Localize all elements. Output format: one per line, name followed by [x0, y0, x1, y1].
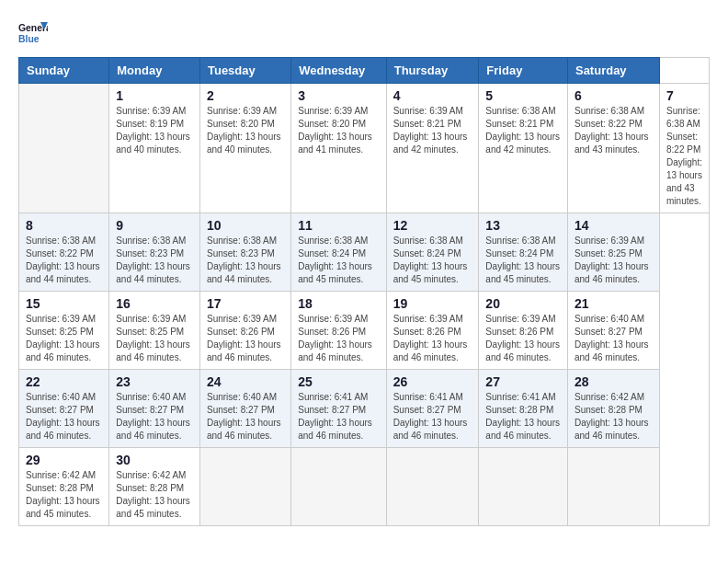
day-info: Sunrise: 6:41 AMSunset: 8:27 PMDaylight:…: [298, 391, 379, 442]
calendar-day: 16 Sunrise: 6:39 AMSunset: 8:25 PMDaylig…: [109, 292, 200, 370]
calendar-day: 29 Sunrise: 6:42 AMSunset: 8:28 PMDaylig…: [19, 448, 109, 526]
day-info: Sunrise: 6:40 AMSunset: 8:27 PMDaylight:…: [207, 391, 284, 442]
calendar-day: 10 Sunrise: 6:38 AMSunset: 8:23 PMDaylig…: [199, 213, 290, 292]
day-number: 12: [393, 218, 472, 233]
calendar-day: 2 Sunrise: 6:39 AMSunset: 8:20 PMDayligh…: [199, 84, 290, 213]
day-number: 10: [207, 218, 284, 233]
day-number: 23: [116, 374, 193, 389]
day-info: Sunrise: 6:38 AMSunset: 8:22 PMDaylight:…: [666, 105, 702, 208]
day-info: Sunrise: 6:38 AMSunset: 8:23 PMDaylight:…: [207, 235, 284, 286]
day-number: 1: [116, 88, 193, 103]
calendar-day: 23 Sunrise: 6:40 AMSunset: 8:27 PMDaylig…: [109, 370, 200, 448]
calendar-day: 11 Sunrise: 6:38 AMSunset: 8:24 PMDaylig…: [291, 213, 386, 292]
day-number: 17: [207, 296, 284, 311]
day-number: 9: [116, 218, 193, 233]
day-number: 14: [574, 218, 653, 233]
day-info: Sunrise: 6:40 AMSunset: 8:27 PMDaylight:…: [574, 313, 653, 364]
calendar-day: 1 Sunrise: 6:39 AMSunset: 8:19 PMDayligh…: [109, 84, 200, 213]
day-info: Sunrise: 6:39 AMSunset: 8:26 PMDaylight:…: [298, 313, 379, 364]
day-info: Sunrise: 6:39 AMSunset: 8:26 PMDaylight:…: [393, 313, 472, 364]
calendar-day: 17 Sunrise: 6:39 AMSunset: 8:26 PMDaylig…: [199, 292, 290, 370]
day-info: Sunrise: 6:39 AMSunset: 8:25 PMDaylight:…: [26, 313, 102, 364]
calendar-day: 21 Sunrise: 6:40 AMSunset: 8:27 PMDaylig…: [567, 292, 659, 370]
calendar-day: 13 Sunrise: 6:38 AMSunset: 8:24 PMDaylig…: [479, 213, 568, 292]
day-number: 5: [485, 88, 561, 103]
day-number: 22: [26, 374, 102, 389]
calendar-day: 22 Sunrise: 6:40 AMSunset: 8:27 PMDaylig…: [19, 370, 109, 448]
day-number: 15: [26, 296, 102, 311]
day-number: 26: [393, 374, 472, 389]
day-info: Sunrise: 6:39 AMSunset: 8:19 PMDaylight:…: [116, 105, 193, 156]
day-number: 7: [666, 88, 702, 103]
day-number: 16: [116, 296, 193, 311]
weekday-header: Saturday: [567, 58, 659, 84]
calendar-day: 27 Sunrise: 6:41 AMSunset: 8:28 PMDaylig…: [479, 370, 568, 448]
day-number: 19: [393, 296, 472, 311]
weekday-header: Sunday: [19, 58, 109, 84]
svg-text:Blue: Blue: [18, 34, 40, 44]
calendar-day: 6 Sunrise: 6:38 AMSunset: 8:22 PMDayligh…: [567, 84, 659, 213]
calendar-day: 5 Sunrise: 6:38 AMSunset: 8:21 PMDayligh…: [479, 84, 568, 213]
day-number: 11: [298, 218, 379, 233]
day-number: 20: [485, 296, 561, 311]
day-number: 30: [116, 453, 193, 467]
weekday-header: Monday: [109, 58, 200, 84]
weekday-header: Thursday: [386, 58, 479, 84]
day-number: 28: [574, 374, 653, 389]
day-info: Sunrise: 6:39 AMSunset: 8:20 PMDaylight:…: [207, 105, 284, 156]
day-info: Sunrise: 6:38 AMSunset: 8:22 PMDaylight:…: [26, 235, 102, 286]
calendar-day: 14 Sunrise: 6:39 AMSunset: 8:25 PMDaylig…: [567, 213, 659, 292]
day-info: Sunrise: 6:38 AMSunset: 8:21 PMDaylight:…: [485, 105, 561, 156]
logo: General Blue: [18, 18, 51, 48]
calendar-day: [567, 448, 659, 526]
day-info: Sunrise: 6:40 AMSunset: 8:27 PMDaylight:…: [116, 391, 193, 442]
day-number: 29: [26, 453, 102, 467]
day-info: Sunrise: 6:38 AMSunset: 8:23 PMDaylight:…: [116, 235, 193, 286]
calendar-day: [291, 448, 386, 526]
calendar-day-empty: [19, 84, 109, 213]
day-info: Sunrise: 6:39 AMSunset: 8:21 PMDaylight:…: [393, 105, 472, 156]
calendar-day: 4 Sunrise: 6:39 AMSunset: 8:21 PMDayligh…: [386, 84, 479, 213]
calendar-day: [199, 448, 290, 526]
day-number: 13: [485, 218, 561, 233]
day-number: 2: [207, 88, 284, 103]
weekday-header: Wednesday: [291, 58, 386, 84]
calendar-day: 19 Sunrise: 6:39 AMSunset: 8:26 PMDaylig…: [386, 292, 479, 370]
page-header: General Blue: [18, 18, 710, 48]
weekday-header: Friday: [479, 58, 568, 84]
calendar-week-row: 8 Sunrise: 6:38 AMSunset: 8:22 PMDayligh…: [19, 213, 710, 292]
calendar-table: SundayMondayTuesdayWednesdayThursdayFrid…: [18, 57, 710, 526]
day-number: 3: [298, 88, 379, 103]
calendar-day: 3 Sunrise: 6:39 AMSunset: 8:20 PMDayligh…: [291, 84, 386, 213]
day-number: 25: [298, 374, 379, 389]
calendar-day: 28 Sunrise: 6:42 AMSunset: 8:28 PMDaylig…: [567, 370, 659, 448]
calendar-day: [386, 448, 479, 526]
day-info: Sunrise: 6:39 AMSunset: 8:20 PMDaylight:…: [298, 105, 379, 156]
day-info: Sunrise: 6:40 AMSunset: 8:27 PMDaylight:…: [26, 391, 102, 442]
day-info: Sunrise: 6:41 AMSunset: 8:28 PMDaylight:…: [485, 391, 561, 442]
calendar-week-row: 15 Sunrise: 6:39 AMSunset: 8:25 PMDaylig…: [19, 292, 710, 370]
day-number: 27: [485, 374, 561, 389]
weekday-header: Tuesday: [199, 58, 290, 84]
day-info: Sunrise: 6:42 AMSunset: 8:28 PMDaylight:…: [574, 391, 653, 442]
day-info: Sunrise: 6:42 AMSunset: 8:28 PMDaylight:…: [26, 469, 102, 521]
calendar-day: 25 Sunrise: 6:41 AMSunset: 8:27 PMDaylig…: [291, 370, 386, 448]
calendar-week-row: 29 Sunrise: 6:42 AMSunset: 8:28 PMDaylig…: [19, 448, 710, 526]
calendar-day: 12 Sunrise: 6:38 AMSunset: 8:24 PMDaylig…: [386, 213, 479, 292]
day-info: Sunrise: 6:38 AMSunset: 8:24 PMDaylight:…: [298, 235, 379, 286]
day-info: Sunrise: 6:38 AMSunset: 8:24 PMDaylight:…: [485, 235, 561, 286]
day-info: Sunrise: 6:38 AMSunset: 8:22 PMDaylight:…: [574, 105, 653, 156]
calendar-day: 24 Sunrise: 6:40 AMSunset: 8:27 PMDaylig…: [199, 370, 290, 448]
day-number: 6: [574, 88, 653, 103]
calendar-day: 26 Sunrise: 6:41 AMSunset: 8:27 PMDaylig…: [386, 370, 479, 448]
day-info: Sunrise: 6:39 AMSunset: 8:26 PMDaylight:…: [207, 313, 284, 364]
logo-icon: General Blue: [18, 18, 48, 48]
calendar-day: [479, 448, 568, 526]
calendar-day: 15 Sunrise: 6:39 AMSunset: 8:25 PMDaylig…: [19, 292, 109, 370]
day-info: Sunrise: 6:39 AMSunset: 8:25 PMDaylight:…: [574, 235, 653, 286]
weekday-header-row: SundayMondayTuesdayWednesdayThursdayFrid…: [19, 58, 710, 84]
day-number: 8: [26, 218, 102, 233]
calendar-day: 9 Sunrise: 6:38 AMSunset: 8:23 PMDayligh…: [109, 213, 200, 292]
calendar-day: 18 Sunrise: 6:39 AMSunset: 8:26 PMDaylig…: [291, 292, 386, 370]
calendar-day: 7 Sunrise: 6:38 AMSunset: 8:22 PMDayligh…: [660, 84, 710, 213]
